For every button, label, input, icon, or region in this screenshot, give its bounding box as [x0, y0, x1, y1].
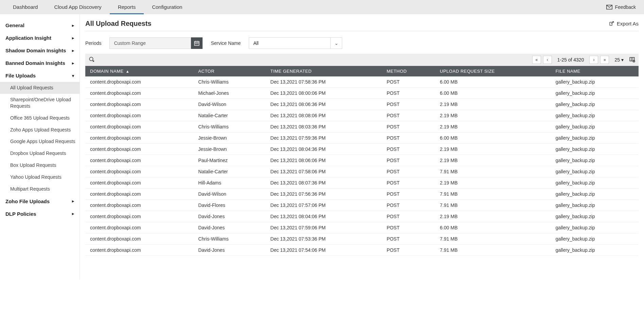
table-row[interactable]: content.dropboxapi.comDavid-FloresDec 13… [85, 200, 639, 211]
table-toolbar: « ‹ 1-25 of 4320 › » 25 ▾ [85, 54, 639, 66]
top-tab-configuration[interactable]: Configuration [144, 0, 190, 14]
column-header-actor[interactable]: ACTOR [193, 66, 265, 76]
table-row[interactable]: content.dropboxapi.comNatalie-CarterDec … [85, 166, 639, 177]
page-first-button[interactable]: « [532, 56, 541, 64]
cell-time: Dec 13,2021 07:58:06 PM [266, 166, 382, 177]
table-row[interactable]: content.dropboxapi.comDavid-WilsonDec 13… [85, 189, 639, 200]
sidebar-item-all-upload-requests[interactable]: All Upload Requests [0, 82, 80, 94]
cell-size: 7.91 MB [435, 166, 551, 177]
sidebar-item-dropbox-upload-requests[interactable]: Dropbox Upload Requests [0, 147, 80, 159]
cell-time: Dec 13,2021 08:08:06 PM [266, 110, 382, 121]
periods-input[interactable] [109, 37, 191, 49]
cell-size: 2.19 MB [435, 110, 551, 121]
cell-size: 6.00 MB [435, 88, 551, 99]
cell-actor: Hill-Adams [193, 177, 265, 189]
cell-time: Dec 13,2021 07:59:06 PM [266, 222, 382, 233]
sidebar-item-sharepoint-onedrive-upload-requests[interactable]: Sharepoint/OneDrive Upload Requests [0, 94, 80, 112]
cell-domain: content.dropboxapi.com [85, 133, 193, 144]
cell-time: Dec 13,2021 08:07:36 PM [266, 177, 382, 189]
top-tab-reports[interactable]: Reports [110, 0, 144, 14]
table-row[interactable]: content.dropboxapi.comNatalie-CarterDec … [85, 110, 639, 121]
sidebar-item-google-apps-upload-requests[interactable]: Google Apps Upload Requests [0, 136, 80, 147]
cell-method: POST [382, 200, 435, 211]
table-row[interactable]: content.dropboxapi.comDavid-JonesDec 13,… [85, 222, 639, 233]
table-row[interactable]: content.dropboxapi.comMichael-JonesDec 1… [85, 88, 639, 99]
cell-method: POST [382, 211, 435, 222]
table-row[interactable]: content.dropboxapi.comJessie-BrownDec 13… [85, 144, 639, 155]
cell-file: gallery_backup.zip [551, 222, 639, 233]
cell-time: Dec 13,2021 07:54:06 PM [266, 245, 382, 256]
export-button[interactable]: Export As [609, 21, 639, 27]
column-header-upload-request-size[interactable]: UPLOAD REQUEST SIZE [435, 66, 551, 76]
cell-file: gallery_backup.zip [551, 166, 639, 177]
sidebar-item-box-upload-requests[interactable]: Box Upload Requests [0, 159, 80, 171]
sidebar-item-office-365-upload-requests[interactable]: Office 365 Upload Requests [0, 112, 80, 124]
sidebar-group-shadow-domain-insights[interactable]: Shadow Domain Insights▸ [0, 44, 80, 57]
filter-bar: Periods Service Name All ⌄ [85, 31, 639, 54]
calendar-button[interactable] [191, 37, 203, 49]
sidebar-group-zoho-file-uploads[interactable]: Zoho File Uploads▸ [0, 195, 80, 208]
page-header: All Upload Requests Export As [85, 20, 639, 31]
cell-domain: content.dropboxapi.com [85, 177, 193, 189]
table-row[interactable]: content.dropboxapi.comChris-WilliamsDec … [85, 233, 639, 245]
sidebar-item-multipart-requests[interactable]: Multipart Requests [0, 183, 80, 195]
cell-method: POST [382, 88, 435, 99]
sort-asc-icon: ▲ [126, 69, 129, 73]
cell-size: 6.00 MB [435, 133, 551, 144]
feedback-button[interactable]: Feedback [606, 4, 636, 10]
cell-method: POST [382, 189, 435, 200]
table-row[interactable]: content.dropboxapi.comJessie-BrownDec 13… [85, 133, 639, 144]
cell-file: gallery_backup.zip [551, 189, 639, 200]
caret-right-icon: ▸ [72, 61, 74, 66]
cell-time: Dec 13,2021 08:00:06 PM [266, 88, 382, 99]
top-tab-cloud-app-discovery[interactable]: Cloud App Discovery [46, 0, 109, 14]
sidebar-group-label: Zoho File Uploads [5, 198, 50, 204]
sidebar-item-zoho-apps-upload-requests[interactable]: Zoho Apps Upload Requests [0, 124, 80, 136]
page-size-select[interactable]: 25 ▾ [614, 57, 624, 63]
sidebar-group-general[interactable]: General▸ [0, 19, 80, 32]
table-row[interactable]: content.dropboxapi.comDavid-WilsonDec 13… [85, 99, 639, 110]
caret-right-icon: ▸ [72, 199, 74, 204]
cell-domain: content.dropboxapi.com [85, 76, 193, 88]
table-row[interactable]: content.dropboxapi.comChris-WilliamsDec … [85, 76, 639, 88]
top-tabs: DashboardCloud App DiscoveryReportsConfi… [5, 0, 190, 14]
cell-actor: Natalie-Carter [193, 166, 265, 177]
column-header-file-name[interactable]: FILE NAME [551, 66, 639, 76]
column-header-domain-name[interactable]: DOMAIN NAME▲ [85, 66, 193, 76]
service-name-select[interactable]: All ⌄ [249, 37, 342, 49]
cell-file: gallery_backup.zip [551, 110, 639, 121]
page-last-button[interactable]: » [600, 56, 609, 64]
top-navbar: DashboardCloud App DiscoveryReportsConfi… [0, 0, 644, 14]
pager-range: 1-25 of 4320 [557, 57, 584, 63]
table-row[interactable]: content.dropboxapi.comPaul-MartinezDec 1… [85, 155, 639, 166]
cell-domain: content.dropboxapi.com [85, 166, 193, 177]
columns-icon [629, 56, 635, 63]
cell-actor: Natalie-Carter [193, 110, 265, 121]
table-row[interactable]: content.dropboxapi.comHill-AdamsDec 13,2… [85, 177, 639, 189]
column-header-time-generated[interactable]: TIME GENERATED [266, 66, 382, 76]
svg-rect-5 [630, 57, 634, 61]
periods-field [109, 37, 203, 49]
table-row[interactable]: content.dropboxapi.comChris-WilliamsDec … [85, 121, 639, 133]
column-header-method[interactable]: METHOD [382, 66, 435, 76]
cell-method: POST [382, 245, 435, 256]
cell-file: gallery_backup.zip [551, 200, 639, 211]
sidebar-group-application-insight[interactable]: Application Insight▸ [0, 32, 80, 44]
page-prev-button[interactable]: ‹ [543, 56, 552, 64]
cell-actor: David-Wilson [193, 99, 265, 110]
cell-actor: Chris-Williams [193, 121, 265, 133]
cell-file: gallery_backup.zip [551, 76, 639, 88]
sidebar-group-dlp-policies[interactable]: DLP Policies▸ [0, 208, 80, 220]
table-row[interactable]: content.dropboxapi.comDavid-JonesDec 13,… [85, 245, 639, 256]
cell-actor: David-Jones [193, 245, 265, 256]
top-tab-dashboard[interactable]: Dashboard [5, 0, 46, 14]
sidebar-group-file-uploads[interactable]: File Uploads▾ [0, 69, 80, 82]
sidebar-item-yahoo-upload-requests[interactable]: Yahoo Upload Requests [0, 171, 80, 183]
cell-time: Dec 13,2021 07:57:06 PM [266, 200, 382, 211]
page-next-button[interactable]: › [589, 56, 598, 64]
cell-actor: Jessie-Brown [193, 133, 265, 144]
table-row[interactable]: content.dropboxapi.comDavid-JonesDec 13,… [85, 211, 639, 222]
column-settings-button[interactable] [629, 56, 635, 64]
search-button[interactable] [89, 56, 95, 64]
sidebar-group-banned-domain-insights[interactable]: Banned Domain Insights▸ [0, 57, 80, 69]
